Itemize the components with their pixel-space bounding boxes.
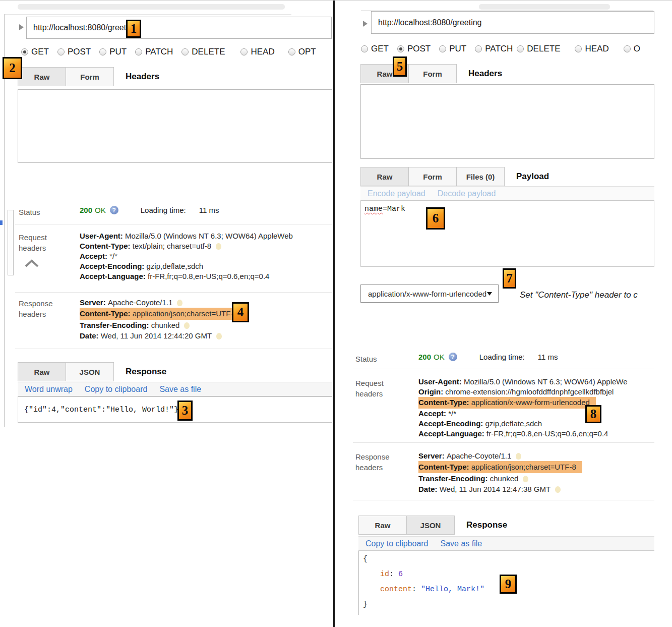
radio-icon[interactable] <box>624 45 631 52</box>
status-help-icon[interactable]: ? <box>110 206 118 214</box>
radio-icon[interactable] <box>181 48 189 55</box>
header-row: Accept-Languagefr-FR,fr;q=0.8,en-US;q=0.… <box>80 271 332 281</box>
method-post[interactable]: POST <box>397 44 431 54</box>
radio-icon[interactable] <box>517 45 524 52</box>
radio-selected-icon[interactable] <box>21 48 28 55</box>
divider-line <box>353 369 654 369</box>
encode-payload-link[interactable]: Encode payload <box>368 189 425 198</box>
loading-time-label: Loading time: <box>141 206 186 214</box>
word-unwrap-link[interactable]: Word unwrap <box>25 385 73 394</box>
radio-icon[interactable] <box>57 48 65 55</box>
payload-textarea[interactable]: name=Mark <box>360 200 654 267</box>
header-row-highlighted: Content-Typeapplication/json;charset=UTF… <box>80 308 243 320</box>
request-headers-label: Request headers <box>355 378 392 399</box>
divider-line <box>353 442 654 443</box>
status-label: Status <box>355 354 377 364</box>
vertical-scrollbar[interactable] <box>8 210 14 275</box>
tab-response-raw[interactable]: Raw <box>358 516 407 535</box>
tab-payload-raw[interactable]: Raw <box>360 167 409 186</box>
headers-textarea[interactable] <box>360 84 654 159</box>
radio-icon[interactable] <box>475 45 482 52</box>
status-code: 200 <box>80 206 92 214</box>
url-expand-arrow-icon[interactable] <box>19 24 24 30</box>
tab-payload-files[interactable]: Files (0) <box>456 167 505 186</box>
divider-line <box>15 292 332 293</box>
url-input[interactable]: http://localhost:8080/greeting <box>371 11 654 34</box>
payload-actions-bar: Encode payload Decode payload <box>360 186 654 200</box>
radio-icon[interactable] <box>439 45 446 52</box>
content-type-value: application/x-www-form-urlencoded <box>368 290 486 298</box>
content-type-select[interactable]: application/x-www-form-urlencoded <box>360 284 499 303</box>
header-row: Transfer-Encodingchunked <box>80 320 332 330</box>
request-headers-list: User-AgentMozilla/5.0 (Windows NT 6.3; W… <box>80 231 332 281</box>
loading-time-value: 11 ms <box>538 353 558 361</box>
response-headers-list: ServerApache-Coyote/1.1 Content-Typeappl… <box>80 297 332 341</box>
headers-tabs: Raw Form Headers <box>360 64 502 83</box>
header-row: User-AgentMozilla/5.0 (Windows NT 6.3; W… <box>418 377 672 387</box>
tab-headers-form[interactable]: Form <box>408 64 457 83</box>
tab-payload-form[interactable]: Form <box>408 167 457 186</box>
tab-response-json[interactable]: JSON <box>66 362 114 381</box>
horizontal-scrollbar[interactable] <box>18 4 285 10</box>
get-request-panel: http://localhost:8080/greeting 1 GET POS… <box>0 1 333 627</box>
tab-response-raw[interactable]: Raw <box>18 362 66 381</box>
radio-icon[interactable] <box>135 48 142 55</box>
payload-section-title: Payload <box>516 172 549 182</box>
header-row: ServerApache-Coyote/1.1 <box>418 450 672 461</box>
radio-icon[interactable] <box>99 48 106 55</box>
annotation-badge-9: 9 <box>500 575 517 594</box>
url-expand-arrow-icon[interactable] <box>363 21 368 27</box>
method-options[interactable]: OPT <box>288 47 316 57</box>
method-patch[interactable]: PATCH <box>475 44 513 54</box>
copy-to-clipboard-link[interactable]: Copy to clipboard <box>85 385 148 394</box>
save-as-file-link[interactable]: Save as file <box>441 539 482 548</box>
tab-response-json[interactable]: JSON <box>406 516 455 535</box>
hint-bulb-icon <box>216 243 221 250</box>
response-body: {"id":4,"content":"Hello, World!"} <box>18 396 332 423</box>
payload-tabs: Raw Form Files (0) Payload <box>360 167 549 186</box>
decode-payload-link[interactable]: Decode payload <box>438 189 496 198</box>
method-head[interactable]: HEAD <box>240 47 274 57</box>
method-get[interactable]: GET <box>361 44 389 54</box>
method-get[interactable]: GET <box>21 47 49 57</box>
annotation-badge-4: 4 <box>232 302 249 322</box>
radio-icon[interactable] <box>575 45 582 52</box>
save-as-file-link[interactable]: Save as file <box>159 385 201 394</box>
radio-selected-icon[interactable] <box>397 45 404 52</box>
method-head[interactable]: HEAD <box>575 44 608 54</box>
method-put[interactable]: PUT <box>439 44 466 54</box>
radio-icon[interactable] <box>288 48 295 55</box>
response-headers-label: Response headers <box>19 298 59 319</box>
divider-line <box>353 500 654 500</box>
divider-line <box>15 224 332 224</box>
method-radio-group: GET POST PUT PATCH DELETE HEAD O <box>361 44 649 54</box>
url-value: http://localhost:8080/greeting <box>33 23 137 32</box>
url-input[interactable]: http://localhost:8080/greeting <box>26 17 332 39</box>
method-delete[interactable]: DELETE <box>181 47 225 57</box>
header-row: Accept-Languagefr-FR,fr;q=0.8,en-US;q=0.… <box>418 429 672 439</box>
method-post[interactable]: POST <box>57 47 91 57</box>
status-help-icon[interactable]: ? <box>449 353 457 361</box>
horizontal-scrollbar[interactable] <box>479 4 610 10</box>
response-body-text: {"id":4,"content":"Hello, World!"} <box>24 406 178 414</box>
header-row: Accept*/* <box>80 251 332 261</box>
status-text: OK <box>95 206 106 214</box>
copy-to-clipboard-link[interactable]: Copy to clipboard <box>365 539 429 548</box>
collapse-chevron-icon[interactable] <box>24 259 39 270</box>
method-radio-group: GET POST PUT PATCH DELETE HEAD OPT <box>21 47 325 57</box>
method-delete[interactable]: DELETE <box>517 44 560 54</box>
headers-textarea[interactable] <box>18 89 332 163</box>
header-row: DateWed, 11 Jun 2014 12:44:20 GMT <box>80 330 332 341</box>
method-options[interactable]: O <box>624 44 640 54</box>
response-section-title: Response <box>466 520 507 530</box>
annotation-badge-6: 6 <box>426 207 445 230</box>
tab-headers-raw[interactable]: Raw <box>18 67 66 86</box>
hint-bulb-icon <box>177 300 182 306</box>
tab-headers-form[interactable]: Form <box>66 67 114 86</box>
status-label: Status <box>19 207 40 217</box>
method-put[interactable]: PUT <box>99 47 127 57</box>
radio-icon[interactable] <box>240 48 248 55</box>
method-patch[interactable]: PATCH <box>135 47 173 57</box>
radio-icon[interactable] <box>361 45 368 52</box>
response-actions-bar: Word unwrap Copy to clipboard Save as fi… <box>18 382 332 396</box>
